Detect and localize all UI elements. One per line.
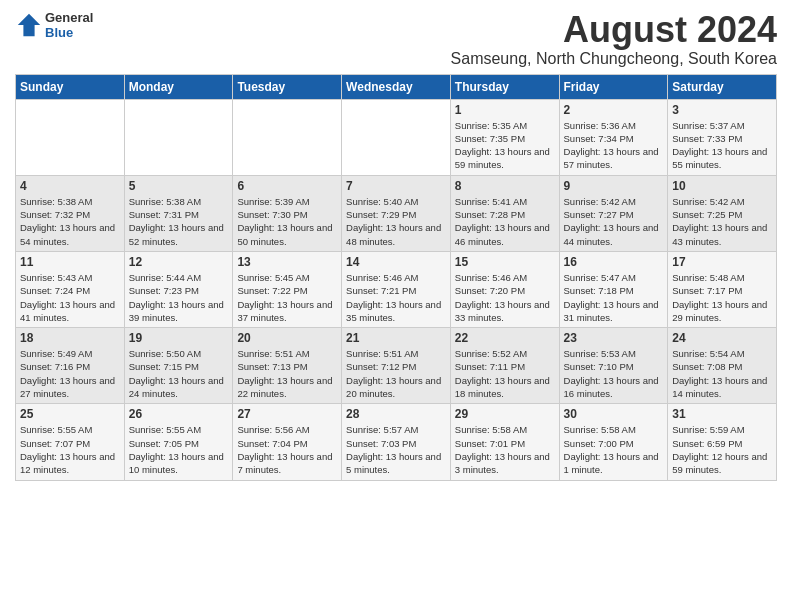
day-info: Sunrise: 5:56 AMSunset: 7:04 PMDaylight:…: [237, 423, 337, 476]
day-info: Sunrise: 5:46 AMSunset: 7:21 PMDaylight:…: [346, 271, 446, 324]
calendar-cell: 3Sunrise: 5:37 AMSunset: 7:33 PMDaylight…: [668, 99, 777, 175]
calendar-cell: 5Sunrise: 5:38 AMSunset: 7:31 PMDaylight…: [124, 175, 233, 251]
calendar-cell: [233, 99, 342, 175]
calendar-header: Sunday Monday Tuesday Wednesday Thursday…: [16, 74, 777, 99]
day-info: Sunrise: 5:48 AMSunset: 7:17 PMDaylight:…: [672, 271, 772, 324]
header-thursday: Thursday: [450, 74, 559, 99]
header-friday: Friday: [559, 74, 668, 99]
day-number: 5: [129, 179, 229, 193]
calendar-cell: 11Sunrise: 5:43 AMSunset: 7:24 PMDayligh…: [16, 251, 125, 327]
calendar-cell: 30Sunrise: 5:58 AMSunset: 7:00 PMDayligh…: [559, 404, 668, 480]
day-info: Sunrise: 5:58 AMSunset: 7:01 PMDaylight:…: [455, 423, 555, 476]
day-info: Sunrise: 5:51 AMSunset: 7:12 PMDaylight:…: [346, 347, 446, 400]
day-number: 13: [237, 255, 337, 269]
day-number: 21: [346, 331, 446, 345]
header-sunday: Sunday: [16, 74, 125, 99]
calendar-table: Sunday Monday Tuesday Wednesday Thursday…: [15, 74, 777, 481]
day-number: 20: [237, 331, 337, 345]
calendar-cell: 1Sunrise: 5:35 AMSunset: 7:35 PMDaylight…: [450, 99, 559, 175]
calendar-cell: 27Sunrise: 5:56 AMSunset: 7:04 PMDayligh…: [233, 404, 342, 480]
day-number: 3: [672, 103, 772, 117]
day-number: 9: [564, 179, 664, 193]
day-number: 27: [237, 407, 337, 421]
day-number: 19: [129, 331, 229, 345]
location-title: Samseung, North Chungcheong, South Korea: [93, 50, 777, 68]
calendar-cell: 16Sunrise: 5:47 AMSunset: 7:18 PMDayligh…: [559, 251, 668, 327]
calendar-cell: 4Sunrise: 5:38 AMSunset: 7:32 PMDaylight…: [16, 175, 125, 251]
calendar-cell: 12Sunrise: 5:44 AMSunset: 7:23 PMDayligh…: [124, 251, 233, 327]
calendar-cell: 22Sunrise: 5:52 AMSunset: 7:11 PMDayligh…: [450, 328, 559, 404]
day-info: Sunrise: 5:38 AMSunset: 7:31 PMDaylight:…: [129, 195, 229, 248]
calendar-cell: 6Sunrise: 5:39 AMSunset: 7:30 PMDaylight…: [233, 175, 342, 251]
day-info: Sunrise: 5:40 AMSunset: 7:29 PMDaylight:…: [346, 195, 446, 248]
day-number: 31: [672, 407, 772, 421]
day-number: 4: [20, 179, 120, 193]
day-number: 11: [20, 255, 120, 269]
day-info: Sunrise: 5:36 AMSunset: 7:34 PMDaylight:…: [564, 119, 664, 172]
day-number: 18: [20, 331, 120, 345]
day-number: 17: [672, 255, 772, 269]
day-info: Sunrise: 5:53 AMSunset: 7:10 PMDaylight:…: [564, 347, 664, 400]
day-info: Sunrise: 5:55 AMSunset: 7:07 PMDaylight:…: [20, 423, 120, 476]
calendar-cell: 8Sunrise: 5:41 AMSunset: 7:28 PMDaylight…: [450, 175, 559, 251]
logo-blue: Blue: [45, 25, 93, 40]
logo-icon: [15, 11, 43, 39]
day-info: Sunrise: 5:35 AMSunset: 7:35 PMDaylight:…: [455, 119, 555, 172]
calendar-cell: 20Sunrise: 5:51 AMSunset: 7:13 PMDayligh…: [233, 328, 342, 404]
logo-general: General: [45, 10, 93, 25]
day-number: 29: [455, 407, 555, 421]
page-container: General Blue August 2024 Samseung, North…: [15, 10, 777, 481]
calendar-cell: [342, 99, 451, 175]
day-info: Sunrise: 5:46 AMSunset: 7:20 PMDaylight:…: [455, 271, 555, 324]
day-number: 14: [346, 255, 446, 269]
day-number: 10: [672, 179, 772, 193]
calendar-cell: 19Sunrise: 5:50 AMSunset: 7:15 PMDayligh…: [124, 328, 233, 404]
day-number: 26: [129, 407, 229, 421]
header-monday: Monday: [124, 74, 233, 99]
day-number: 16: [564, 255, 664, 269]
calendar-row-4: 25Sunrise: 5:55 AMSunset: 7:07 PMDayligh…: [16, 404, 777, 480]
day-info: Sunrise: 5:42 AMSunset: 7:27 PMDaylight:…: [564, 195, 664, 248]
calendar-cell: 14Sunrise: 5:46 AMSunset: 7:21 PMDayligh…: [342, 251, 451, 327]
day-info: Sunrise: 5:59 AMSunset: 6:59 PMDaylight:…: [672, 423, 772, 476]
calendar-cell: [16, 99, 125, 175]
calendar-cell: [124, 99, 233, 175]
calendar-cell: 18Sunrise: 5:49 AMSunset: 7:16 PMDayligh…: [16, 328, 125, 404]
calendar-row-2: 11Sunrise: 5:43 AMSunset: 7:24 PMDayligh…: [16, 251, 777, 327]
day-info: Sunrise: 5:52 AMSunset: 7:11 PMDaylight:…: [455, 347, 555, 400]
day-info: Sunrise: 5:44 AMSunset: 7:23 PMDaylight:…: [129, 271, 229, 324]
day-info: Sunrise: 5:45 AMSunset: 7:22 PMDaylight:…: [237, 271, 337, 324]
day-number: 2: [564, 103, 664, 117]
day-number: 25: [20, 407, 120, 421]
header-wednesday: Wednesday: [342, 74, 451, 99]
calendar-cell: 29Sunrise: 5:58 AMSunset: 7:01 PMDayligh…: [450, 404, 559, 480]
day-number: 12: [129, 255, 229, 269]
calendar-cell: 7Sunrise: 5:40 AMSunset: 7:29 PMDaylight…: [342, 175, 451, 251]
logo-text: General Blue: [45, 10, 93, 40]
day-number: 8: [455, 179, 555, 193]
calendar-row-0: 1Sunrise: 5:35 AMSunset: 7:35 PMDaylight…: [16, 99, 777, 175]
day-number: 15: [455, 255, 555, 269]
calendar-cell: 25Sunrise: 5:55 AMSunset: 7:07 PMDayligh…: [16, 404, 125, 480]
day-info: Sunrise: 5:37 AMSunset: 7:33 PMDaylight:…: [672, 119, 772, 172]
header-tuesday: Tuesday: [233, 74, 342, 99]
calendar-body: 1Sunrise: 5:35 AMSunset: 7:35 PMDaylight…: [16, 99, 777, 480]
day-number: 1: [455, 103, 555, 117]
day-info: Sunrise: 5:43 AMSunset: 7:24 PMDaylight:…: [20, 271, 120, 324]
calendar-row-3: 18Sunrise: 5:49 AMSunset: 7:16 PMDayligh…: [16, 328, 777, 404]
day-info: Sunrise: 5:49 AMSunset: 7:16 PMDaylight:…: [20, 347, 120, 400]
day-number: 6: [237, 179, 337, 193]
calendar-cell: 31Sunrise: 5:59 AMSunset: 6:59 PMDayligh…: [668, 404, 777, 480]
calendar-cell: 26Sunrise: 5:55 AMSunset: 7:05 PMDayligh…: [124, 404, 233, 480]
day-info: Sunrise: 5:38 AMSunset: 7:32 PMDaylight:…: [20, 195, 120, 248]
day-number: 23: [564, 331, 664, 345]
calendar-cell: 9Sunrise: 5:42 AMSunset: 7:27 PMDaylight…: [559, 175, 668, 251]
day-number: 30: [564, 407, 664, 421]
calendar-row-1: 4Sunrise: 5:38 AMSunset: 7:32 PMDaylight…: [16, 175, 777, 251]
calendar-cell: 17Sunrise: 5:48 AMSunset: 7:17 PMDayligh…: [668, 251, 777, 327]
calendar-cell: 23Sunrise: 5:53 AMSunset: 7:10 PMDayligh…: [559, 328, 668, 404]
svg-marker-0: [18, 14, 40, 36]
calendar-cell: 28Sunrise: 5:57 AMSunset: 7:03 PMDayligh…: [342, 404, 451, 480]
day-number: 28: [346, 407, 446, 421]
calendar-cell: 24Sunrise: 5:54 AMSunset: 7:08 PMDayligh…: [668, 328, 777, 404]
